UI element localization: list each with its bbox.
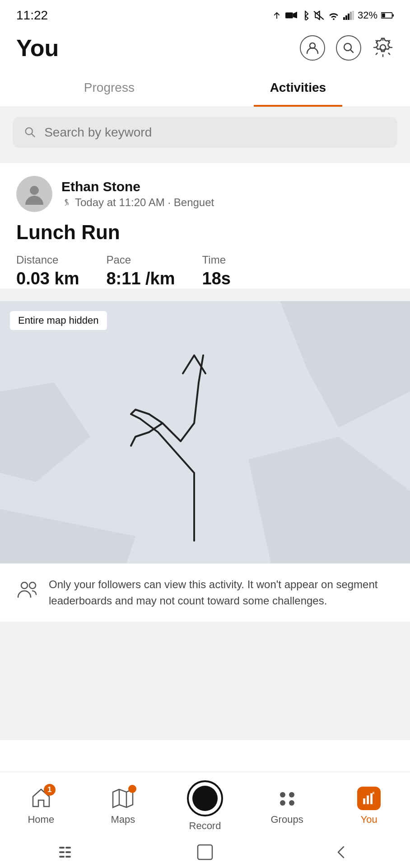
you-label: You	[361, 814, 377, 826]
activity-meta: Today at 11:20 AM · Benguet	[61, 196, 214, 209]
search-input[interactable]	[44, 125, 387, 140]
avatar	[16, 176, 52, 212]
battery-text: 32%	[358, 9, 377, 21]
wifi-icon	[328, 10, 340, 20]
svg-rect-28	[370, 793, 373, 804]
stat-pace: Pace 8:11 /km	[106, 254, 175, 288]
svg-rect-32	[59, 851, 65, 853]
followers-icon	[16, 578, 40, 602]
stat-time: Time 18s	[202, 254, 231, 288]
svg-rect-31	[65, 847, 71, 849]
search-input-icon	[23, 125, 37, 140]
svg-rect-36	[198, 845, 212, 859]
search-button[interactable]	[336, 35, 361, 61]
stat-time-value: 18s	[202, 269, 231, 288]
search-input-wrapper[interactable]	[13, 117, 397, 148]
profile-button[interactable]	[300, 35, 325, 61]
stat-distance-label: Distance	[16, 254, 79, 266]
nav-you[interactable]: You	[342, 787, 396, 826]
maps-label: Maps	[111, 814, 135, 826]
person-avatar-icon	[23, 182, 46, 206]
circle-icon	[197, 844, 213, 860]
main-content: Ethan Stone Today at 11:20 AM · Benguet …	[0, 107, 410, 740]
activity-time-location: Today at 11:20 AM · Benguet	[75, 196, 214, 209]
groups-label: Groups	[271, 814, 303, 826]
maps-icon-wrap	[111, 787, 135, 810]
record-button[interactable]	[187, 780, 223, 816]
camera-icon	[285, 10, 297, 20]
arrow-up-icon	[272, 10, 282, 20]
svg-point-22	[280, 792, 285, 797]
groups-icon	[275, 787, 299, 810]
svg-rect-33	[65, 851, 71, 853]
tab-progress[interactable]: Progress	[68, 71, 151, 107]
activity-card: Ethan Stone Today at 11:20 AM · Benguet …	[0, 163, 410, 288]
groups-icon-wrap	[275, 787, 299, 810]
nav-record[interactable]: Record	[178, 780, 232, 832]
activity-user-row: Ethan Stone Today at 11:20 AM · Benguet	[16, 176, 394, 212]
search-icon	[341, 41, 356, 55]
svg-rect-9	[392, 14, 394, 16]
app-header: You	[0, 27, 410, 71]
user-name: Ethan Stone	[61, 179, 214, 194]
svg-rect-4	[348, 14, 349, 20]
nav-groups[interactable]: Groups	[260, 787, 314, 826]
activity-title: Lunch Run	[16, 221, 394, 244]
person-icon	[305, 41, 320, 55]
map-container: Entire map hidden	[0, 301, 410, 563]
bluetooth-icon	[301, 10, 310, 20]
sys-back-button[interactable]	[328, 843, 355, 861]
nav-home[interactable]: 1 Home	[14, 787, 68, 826]
three-lines-icon	[59, 846, 77, 859]
system-nav-bar	[0, 836, 410, 868]
home-label: Home	[28, 814, 54, 826]
privacy-icon	[16, 578, 40, 604]
settings-button[interactable]	[372, 37, 394, 60]
privacy-notice: Only your followers can view this activi…	[0, 563, 410, 622]
battery-icon	[381, 11, 394, 19]
record-inner-circle	[192, 786, 218, 811]
svg-rect-2	[343, 17, 345, 20]
svg-rect-8	[382, 14, 385, 18]
privacy-text: Only your followers can view this activi…	[49, 576, 394, 609]
stat-pace-label: Pace	[106, 254, 175, 266]
home-icon-wrap: 1	[29, 787, 53, 810]
sys-home-button[interactable]	[191, 843, 219, 861]
tab-activities[interactable]: Activities	[254, 71, 343, 107]
svg-rect-6	[352, 11, 354, 20]
stat-distance-value: 0.03 km	[16, 269, 79, 288]
svg-marker-1	[293, 12, 297, 19]
svg-point-23	[289, 792, 294, 797]
signal-icon	[343, 10, 354, 20]
mute-icon	[313, 10, 324, 20]
status-time: 11:22	[16, 8, 48, 23]
home-badge: 1	[44, 784, 56, 796]
record-label: Record	[189, 820, 221, 832]
map-hidden-badge: Entire map hidden	[10, 311, 107, 330]
maps-badge-dot	[128, 785, 136, 793]
svg-point-20	[21, 582, 28, 589]
svg-rect-0	[285, 13, 293, 19]
svg-rect-27	[367, 796, 369, 804]
status-bar: 11:22 32%	[0, 0, 410, 27]
status-icons: 32%	[272, 9, 394, 21]
svg-point-25	[289, 800, 294, 806]
svg-rect-29	[373, 792, 374, 794]
user-info: Ethan Stone Today at 11:20 AM · Benguet	[61, 179, 214, 209]
stat-time-label: Time	[202, 254, 231, 266]
gear-icon	[372, 37, 394, 58]
svg-rect-30	[59, 847, 65, 849]
stat-distance: Distance 0.03 km	[16, 254, 79, 288]
run-icon	[61, 198, 71, 208]
svg-rect-5	[350, 12, 352, 20]
nav-maps[interactable]: Maps	[96, 787, 150, 826]
header-actions	[300, 35, 394, 61]
svg-point-21	[29, 582, 36, 589]
chart-icon	[362, 789, 376, 807]
bottom-nav: 1 Home Maps Record Grou	[0, 772, 410, 836]
tab-bar: Progress Activities	[0, 71, 410, 107]
svg-rect-35	[65, 856, 71, 858]
svg-rect-26	[363, 798, 365, 804]
search-bar-container	[0, 107, 410, 158]
sys-menu-button[interactable]	[55, 843, 82, 861]
